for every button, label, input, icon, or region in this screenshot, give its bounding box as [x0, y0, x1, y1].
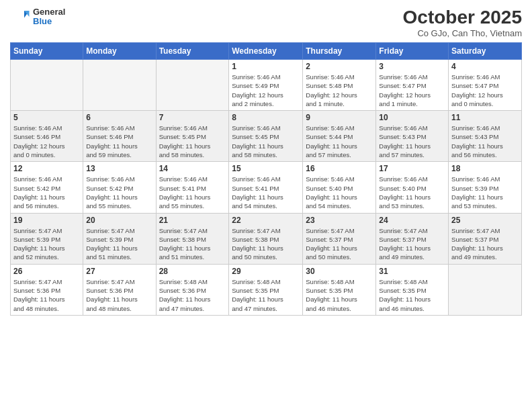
- day-info: Sunrise: 5:47 AM Sunset: 5:36 PM Dayligh…: [13, 277, 80, 313]
- calendar-day-cell: 30Sunrise: 5:48 AM Sunset: 5:35 PM Dayli…: [303, 264, 376, 315]
- calendar-day-cell: 23Sunrise: 5:47 AM Sunset: 5:37 PM Dayli…: [303, 213, 376, 264]
- calendar-day-cell: 7Sunrise: 5:46 AM Sunset: 5:45 PM Daylig…: [156, 111, 229, 162]
- day-number: 18: [451, 164, 519, 173]
- calendar-day-cell: 28Sunrise: 5:48 AM Sunset: 5:36 PM Dayli…: [156, 264, 229, 315]
- logo-general-text: General: [33, 7, 65, 17]
- calendar-day-cell: 14Sunrise: 5:46 AM Sunset: 5:41 PM Dayli…: [156, 162, 229, 213]
- header-saturday: Saturday: [449, 43, 522, 60]
- day-number: 13: [86, 164, 152, 173]
- location: Co GJo, Can Tho, Vietnam: [403, 28, 522, 38]
- calendar-day-cell: 26Sunrise: 5:47 AM Sunset: 5:36 PM Dayli…: [11, 264, 83, 315]
- calendar-day-cell: 17Sunrise: 5:46 AM Sunset: 5:40 PM Dayli…: [376, 162, 449, 213]
- day-number: 6: [86, 113, 152, 122]
- day-info: Sunrise: 5:46 AM Sunset: 5:49 PM Dayligh…: [232, 73, 300, 108]
- calendar-day-cell: 16Sunrise: 5:46 AM Sunset: 5:40 PM Dayli…: [303, 162, 376, 213]
- day-number: 4: [451, 62, 519, 71]
- logo-text: General Blue: [33, 7, 65, 27]
- calendar-week-row: 12Sunrise: 5:46 AM Sunset: 5:42 PM Dayli…: [11, 162, 522, 213]
- calendar-day-cell: 19Sunrise: 5:47 AM Sunset: 5:39 PM Dayli…: [11, 213, 83, 264]
- day-info: Sunrise: 5:46 AM Sunset: 5:43 PM Dayligh…: [451, 124, 519, 159]
- day-number: 3: [379, 62, 445, 71]
- header-sunday: Sunday: [11, 43, 83, 60]
- day-number: 11: [451, 113, 519, 122]
- calendar-day-cell: 15Sunrise: 5:46 AM Sunset: 5:41 PM Dayli…: [229, 162, 303, 213]
- day-info: Sunrise: 5:47 AM Sunset: 5:39 PM Dayligh…: [86, 226, 152, 262]
- calendar-day-cell: 1Sunrise: 5:46 AM Sunset: 5:49 PM Daylig…: [229, 60, 303, 111]
- day-number: 22: [232, 216, 300, 225]
- day-info: Sunrise: 5:48 AM Sunset: 5:35 PM Dayligh…: [379, 277, 445, 313]
- calendar-day-cell: 9Sunrise: 5:46 AM Sunset: 5:44 PM Daylig…: [303, 111, 376, 162]
- calendar-week-row: 19Sunrise: 5:47 AM Sunset: 5:39 PM Dayli…: [11, 213, 522, 264]
- page-container: General Blue October 2025 Co GJo, Can Th…: [0, 0, 532, 322]
- calendar-day-cell: 10Sunrise: 5:46 AM Sunset: 5:43 PM Dayli…: [376, 111, 449, 162]
- logo-blue-text: Blue: [33, 17, 65, 26]
- day-number: 1: [232, 62, 300, 71]
- day-number: 27: [86, 267, 152, 276]
- calendar-day-cell: 13Sunrise: 5:46 AM Sunset: 5:42 PM Dayli…: [83, 162, 156, 213]
- header-tuesday: Tuesday: [156, 43, 229, 60]
- calendar-day-cell: 6Sunrise: 5:46 AM Sunset: 5:46 PM Daylig…: [83, 111, 156, 162]
- day-info: Sunrise: 5:46 AM Sunset: 5:47 PM Dayligh…: [451, 73, 519, 108]
- day-info: Sunrise: 5:46 AM Sunset: 5:46 PM Dayligh…: [86, 124, 152, 159]
- day-info: Sunrise: 5:46 AM Sunset: 5:40 PM Dayligh…: [379, 175, 445, 210]
- day-info: Sunrise: 5:46 AM Sunset: 5:39 PM Dayligh…: [451, 175, 519, 210]
- day-info: Sunrise: 5:48 AM Sunset: 5:35 PM Dayligh…: [306, 277, 373, 313]
- day-number: 23: [306, 216, 373, 225]
- day-info: Sunrise: 5:48 AM Sunset: 5:35 PM Dayligh…: [232, 277, 300, 313]
- day-number: 31: [379, 267, 445, 276]
- day-info: Sunrise: 5:47 AM Sunset: 5:38 PM Dayligh…: [159, 226, 226, 262]
- calendar-week-row: 1Sunrise: 5:46 AM Sunset: 5:49 PM Daylig…: [11, 60, 522, 111]
- header: General Blue October 2025 Co GJo, Can Th…: [10, 7, 522, 38]
- calendar-day-cell: 11Sunrise: 5:46 AM Sunset: 5:43 PM Dayli…: [449, 111, 522, 162]
- calendar-day-cell: 31Sunrise: 5:48 AM Sunset: 5:35 PM Dayli…: [376, 264, 449, 315]
- day-info: Sunrise: 5:47 AM Sunset: 5:37 PM Dayligh…: [306, 226, 373, 262]
- day-info: Sunrise: 5:47 AM Sunset: 5:36 PM Dayligh…: [86, 277, 152, 313]
- day-info: Sunrise: 5:46 AM Sunset: 5:40 PM Dayligh…: [306, 175, 373, 210]
- calendar-day-cell: 3Sunrise: 5:46 AM Sunset: 5:47 PM Daylig…: [376, 60, 449, 111]
- calendar-day-cell: 2Sunrise: 5:46 AM Sunset: 5:48 PM Daylig…: [303, 60, 376, 111]
- calendar-day-cell: 27Sunrise: 5:47 AM Sunset: 5:36 PM Dayli…: [83, 264, 156, 315]
- calendar-day-cell: 25Sunrise: 5:47 AM Sunset: 5:37 PM Dayli…: [449, 213, 522, 264]
- day-number: 15: [232, 164, 300, 173]
- day-info: Sunrise: 5:46 AM Sunset: 5:41 PM Dayligh…: [232, 175, 300, 210]
- day-number: 14: [159, 164, 226, 173]
- day-info: Sunrise: 5:46 AM Sunset: 5:42 PM Dayligh…: [13, 175, 80, 210]
- calendar-day-cell: 21Sunrise: 5:47 AM Sunset: 5:38 PM Dayli…: [156, 213, 229, 264]
- header-wednesday: Wednesday: [229, 43, 303, 60]
- calendar-day-cell: 8Sunrise: 5:46 AM Sunset: 5:45 PM Daylig…: [229, 111, 303, 162]
- calendar-day-cell: 22Sunrise: 5:47 AM Sunset: 5:38 PM Dayli…: [229, 213, 303, 264]
- calendar-day-cell: 5Sunrise: 5:46 AM Sunset: 5:46 PM Daylig…: [11, 111, 83, 162]
- title-section: October 2025 Co GJo, Can Tho, Vietnam: [403, 7, 522, 38]
- day-number: 5: [13, 113, 80, 122]
- calendar-day-cell: [449, 264, 522, 315]
- calendar-day-cell: 18Sunrise: 5:46 AM Sunset: 5:39 PM Dayli…: [449, 162, 522, 213]
- day-number: 21: [159, 216, 226, 225]
- day-info: Sunrise: 5:46 AM Sunset: 5:46 PM Dayligh…: [13, 124, 80, 159]
- day-info: Sunrise: 5:47 AM Sunset: 5:37 PM Dayligh…: [379, 226, 445, 262]
- day-number: 25: [451, 216, 519, 225]
- calendar-day-cell: 24Sunrise: 5:47 AM Sunset: 5:37 PM Dayli…: [376, 213, 449, 264]
- header-friday: Friday: [376, 43, 449, 60]
- day-info: Sunrise: 5:47 AM Sunset: 5:37 PM Dayligh…: [451, 226, 519, 262]
- calendar-day-cell: 29Sunrise: 5:48 AM Sunset: 5:35 PM Dayli…: [229, 264, 303, 315]
- day-number: 16: [306, 164, 373, 173]
- day-info: Sunrise: 5:46 AM Sunset: 5:45 PM Dayligh…: [232, 124, 300, 159]
- day-info: Sunrise: 5:46 AM Sunset: 5:48 PM Dayligh…: [306, 73, 373, 108]
- day-number: 12: [13, 164, 80, 173]
- day-info: Sunrise: 5:46 AM Sunset: 5:43 PM Dayligh…: [379, 124, 445, 159]
- day-number: 2: [306, 62, 373, 71]
- calendar-day-cell: 20Sunrise: 5:47 AM Sunset: 5:39 PM Dayli…: [83, 213, 156, 264]
- calendar-day-cell: [11, 60, 83, 111]
- day-number: 30: [306, 267, 373, 276]
- day-info: Sunrise: 5:46 AM Sunset: 5:45 PM Dayligh…: [159, 124, 226, 159]
- logo: General Blue: [10, 7, 65, 27]
- calendar-day-cell: [156, 60, 229, 111]
- day-info: Sunrise: 5:46 AM Sunset: 5:44 PM Dayligh…: [306, 124, 373, 159]
- calendar-week-row: 26Sunrise: 5:47 AM Sunset: 5:36 PM Dayli…: [11, 264, 522, 315]
- day-number: 28: [159, 267, 226, 276]
- day-info: Sunrise: 5:47 AM Sunset: 5:39 PM Dayligh…: [13, 226, 80, 262]
- day-number: 7: [159, 113, 226, 122]
- calendar-day-cell: 12Sunrise: 5:46 AM Sunset: 5:42 PM Dayli…: [11, 162, 83, 213]
- day-number: 26: [13, 267, 80, 276]
- day-number: 20: [86, 216, 152, 225]
